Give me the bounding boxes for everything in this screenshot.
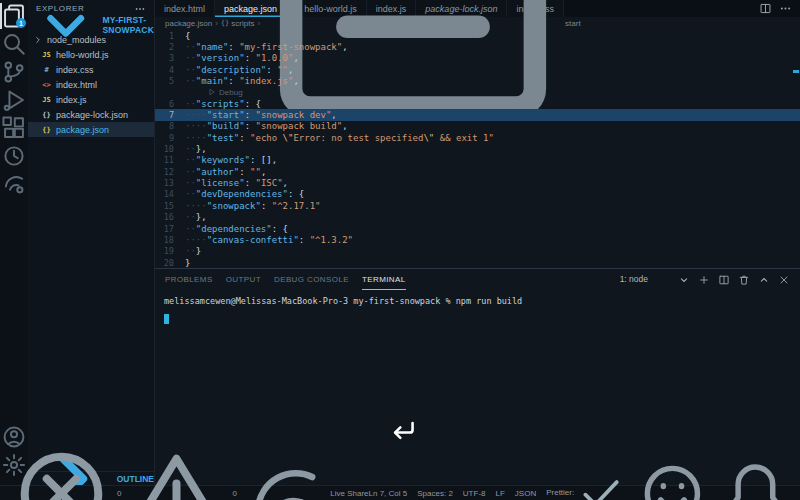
code-line-4[interactable]: 4··"description": "",	[155, 64, 800, 75]
settings-icon[interactable]	[0, 452, 28, 478]
line-number: 8	[155, 121, 185, 131]
sidebar-item-index.js[interactable]: JSindex.js	[28, 92, 154, 107]
file-type-icon: {}	[41, 111, 52, 119]
tab-index.html[interactable]: index.html	[155, 0, 215, 17]
panel-tab-debug-console[interactable]: DEBUG CONSOLE	[274, 269, 349, 290]
line-number: 19	[155, 246, 185, 256]
vscode-window: 1 EXPLORER MY-FIRST-SNOWPACK node_module…	[0, 0, 800, 500]
line-number: 2	[155, 42, 185, 52]
breadcrumb-item-scripts[interactable]: {}scripts	[221, 19, 255, 28]
search-icon[interactable]	[0, 31, 28, 57]
line-number: 4	[155, 65, 185, 75]
file-name: node_modules	[47, 35, 106, 45]
breadcrumb-item-package.json[interactable]: package.json	[165, 19, 212, 28]
workspace-folder-header[interactable]: MY-FIRST-SNOWPACK	[28, 17, 154, 32]
terminal-cursor	[164, 314, 169, 324]
eol-status[interactable]: LF	[496, 489, 505, 498]
line-number: 15	[155, 201, 185, 211]
breadcrumb-separator: ›	[257, 19, 260, 28]
code-line-19[interactable]: 19··}	[155, 246, 800, 257]
explorer-icon[interactable]: 1	[0, 3, 28, 29]
file-tree: node_modulesJShello-world.js#index.css<>…	[28, 32, 154, 137]
new-terminal-icon[interactable]	[698, 274, 710, 286]
sidebar-item-index.css[interactable]: #index.css	[28, 62, 154, 77]
code-line-3[interactable]: 3··"version": "1.0.0",	[155, 53, 800, 64]
close-panel-icon[interactable]	[778, 274, 790, 286]
line-number: 3	[155, 53, 185, 63]
code-line-9[interactable]: 9····"test": "echo \"Error: no test spec…	[155, 132, 800, 143]
encoding-status[interactable]: UTF-8	[463, 489, 486, 498]
source-control-icon[interactable]	[0, 59, 28, 85]
sidebar-item-hello-world.js[interactable]: JShello-world.js	[28, 47, 154, 62]
line-number: 13	[155, 178, 185, 188]
line-number: 16	[155, 212, 185, 222]
sidebar-item-node_modules[interactable]: node_modules	[28, 32, 154, 47]
code-line-15[interactable]: 15····"snowpack": "^2.17.1"	[155, 200, 800, 211]
code-line-11[interactable]: 11··"keywords": [],	[155, 155, 800, 166]
line-number: 20	[155, 258, 185, 268]
play-icon	[208, 88, 216, 96]
more-actions-icon[interactable]	[134, 3, 146, 15]
code-line-6[interactable]: 6··"scripts": {	[155, 98, 800, 109]
formatter-status[interactable]: Prettier:	[546, 468, 626, 500]
code-line-8[interactable]: 8····"build": "snowpack build",	[155, 121, 800, 132]
activity-badge: 1	[16, 18, 26, 28]
live-share-status[interactable]: Live Share	[242, 450, 369, 500]
file-type-icon: {}	[41, 126, 52, 134]
terminal-shell-selector[interactable]: 1: node	[620, 274, 648, 286]
sidebar-item-package-lock.json[interactable]: {}package-lock.json	[28, 107, 154, 122]
extensions-icon[interactable]	[0, 115, 28, 141]
code-line-16[interactable]: 16··},	[155, 212, 800, 223]
language-mode-status[interactable]: JSON	[515, 489, 536, 498]
code-editor[interactable]: 1{2··"name": "my-first-snowpack",3··"ver…	[155, 29, 800, 268]
panel-tab-problems[interactable]: PROBLEMS	[165, 269, 213, 290]
overview-ruler-mark	[793, 70, 799, 73]
notifications-bell-icon[interactable]	[719, 457, 792, 500]
code-line-5[interactable]: 5··"main": "index.js",	[155, 75, 800, 86]
problems-status[interactable]: 0 0	[8, 440, 237, 500]
panel-tab-terminal[interactable]: TERMINAL	[362, 269, 406, 290]
live-share-icon[interactable]	[0, 171, 28, 197]
codelens-debug[interactable]: Debug	[155, 87, 800, 98]
line-number: 11	[155, 155, 185, 165]
split-editor-icon[interactable]	[759, 2, 772, 15]
editor-more-actions-icon[interactable]	[779, 2, 792, 15]
cursor-position-status[interactable]: Ln 7, Col 5	[369, 489, 408, 498]
breadcrumb: package.json›{}scripts›start	[155, 17, 800, 29]
code-line-10[interactable]: 10··},	[155, 143, 800, 154]
kill-terminal-icon[interactable]	[738, 274, 750, 286]
code-line-13[interactable]: 13··"license": "ISC",	[155, 177, 800, 188]
code-line-14[interactable]: 14··"devDependencies": {	[155, 189, 800, 200]
breadcrumb-separator: ›	[215, 19, 218, 28]
file-name: package-lock.json	[56, 110, 128, 120]
account-icon[interactable]	[0, 424, 28, 450]
maximize-panel-icon[interactable]	[758, 274, 770, 286]
live-share-icon	[242, 450, 328, 500]
code-line-12[interactable]: 12··"author": "",	[155, 166, 800, 177]
clock-icon[interactable]	[0, 143, 28, 169]
code-line-2[interactable]: 2··"name": "my-first-snowpack",	[155, 41, 800, 52]
status-bar: 0 0 Live Share Ln 7, Col 5 Spaces: 2 UTF…	[0, 485, 800, 500]
explorer-sidebar: EXPLORER MY-FIRST-SNOWPACK node_modulesJ…	[28, 0, 155, 485]
chevron-down-icon[interactable]	[678, 274, 690, 286]
line-number: 7	[155, 110, 185, 120]
run-debug-icon[interactable]	[0, 87, 28, 113]
sidebar-item-package.json[interactable]: {}package.json	[28, 122, 154, 137]
panel-tab-output[interactable]: OUTPUT	[226, 269, 261, 290]
code-line-7[interactable]: 7····"start": "snowpack dev",	[155, 109, 800, 120]
line-number: 14	[155, 189, 185, 199]
terminal-command-line: melissamcewen@Melissas-MacBook-Pro-3 my-…	[164, 296, 791, 306]
code-line-18[interactable]: 18····"canvas-confetti": "^1.3.2"	[155, 234, 800, 245]
split-terminal-icon[interactable]	[718, 274, 730, 286]
line-number: 5	[155, 76, 185, 86]
line-number: 10	[155, 144, 185, 154]
braces-icon: {}	[221, 19, 229, 27]
code-line-20[interactable]: 20}	[155, 257, 800, 268]
feedback-smiley-icon[interactable]	[636, 457, 709, 500]
file-name: package.json	[56, 125, 109, 135]
code-line-17[interactable]: 17··"dependencies": {	[155, 223, 800, 234]
panel-tabs: PROBLEMSOUTPUTDEBUG CONSOLETERMINAL	[165, 269, 419, 290]
code-line-1[interactable]: 1{	[155, 30, 800, 41]
sidebar-item-index.html[interactable]: <>index.html	[28, 77, 154, 92]
indentation-status[interactable]: Spaces: 2	[417, 489, 453, 498]
